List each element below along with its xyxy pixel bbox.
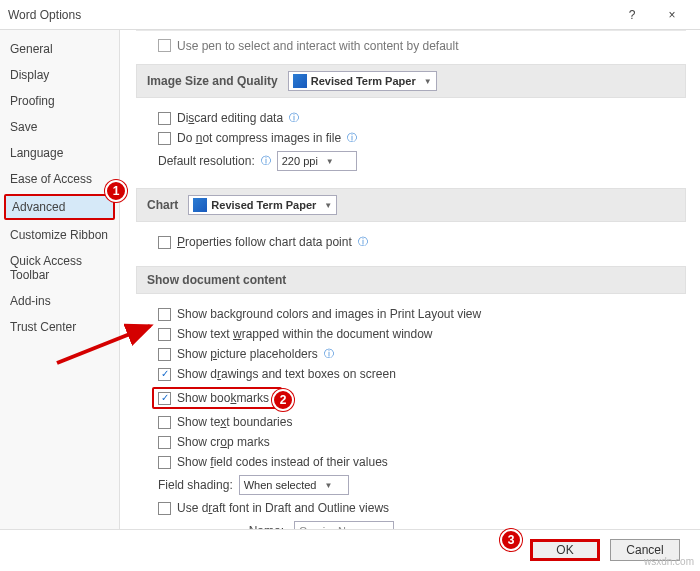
chart-target-dropdown[interactable]: Revised Term Paper ▼ [188, 195, 337, 215]
option-row-bg-colors: Show background colors and images in Pri… [158, 304, 686, 324]
field-label: Default resolution: [158, 154, 255, 168]
option-label: Use draft font in Draft and Outline view… [177, 501, 389, 515]
checkbox[interactable] [158, 39, 171, 52]
info-icon[interactable]: ⓘ [347, 131, 357, 145]
section-header-chart: Chart Revised Term Paper ▼ [136, 188, 686, 222]
help-button[interactable]: ? [612, 0, 652, 29]
checkbox[interactable] [158, 328, 171, 341]
checkbox[interactable] [158, 348, 171, 361]
image-target-dropdown[interactable]: Revised Term Paper ▼ [288, 71, 437, 91]
checkbox[interactable] [158, 456, 171, 469]
checkbox[interactable] [158, 112, 171, 125]
title-bar: Word Options ? × [0, 0, 700, 30]
info-icon[interactable]: ⓘ [358, 235, 368, 249]
options-content: Use pen to select and interact with cont… [120, 30, 700, 529]
sidebar-item-ease-of-access[interactable]: Ease of Access [0, 166, 119, 192]
font-name-dropdown[interactable]: Courier New ▼ [294, 521, 394, 529]
dropdown-value: Revised Term Paper [311, 75, 416, 87]
sidebar-item-customize-ribbon[interactable]: Customize Ribbon [0, 222, 119, 248]
option-label: Show drawings and text boxes on screen [177, 367, 396, 381]
field-label: Name: [178, 524, 288, 529]
sidebar-item-trust-center[interactable]: Trust Center [0, 314, 119, 340]
checkbox[interactable] [158, 368, 171, 381]
option-label: Show text wrapped within the document wi… [177, 327, 432, 341]
checkbox[interactable] [158, 392, 171, 405]
watermark: wsxdn.com [644, 556, 694, 567]
option-row-bookmarks: Show bookmarks 2 [158, 384, 686, 412]
callout-marker-3: 3 [500, 529, 522, 551]
option-label: Use pen to select and interact with cont… [177, 39, 459, 53]
checkbox[interactable] [158, 436, 171, 449]
chevron-down-icon: ▼ [324, 481, 332, 490]
checkbox[interactable] [158, 416, 171, 429]
info-icon[interactable]: ⓘ [324, 347, 334, 361]
callout-highlight: Show bookmarks 2 [152, 387, 282, 409]
ok-button[interactable]: OK [530, 539, 600, 561]
option-label: Show picture placeholders [177, 347, 318, 361]
info-icon[interactable]: ⓘ [261, 154, 271, 168]
field-shading-dropdown[interactable]: When selected ▼ [239, 475, 349, 495]
dropdown-value: Courier New [299, 525, 360, 529]
option-row-picture-placeholders: Show picture placeholders ⓘ [158, 344, 686, 364]
close-button[interactable]: × [652, 0, 692, 29]
word-doc-icon [293, 74, 307, 88]
section-header-doc-content: Show document content [136, 266, 686, 294]
sidebar-item-label: Advanced [12, 200, 65, 214]
cutoff-option-row: Use pen to select and interact with cont… [136, 30, 686, 60]
section-title: Chart [147, 198, 178, 212]
option-row-discard-editing: Discard editing data ⓘ [158, 108, 686, 128]
option-row-field-shading: Field shading: When selected ▼ [158, 472, 686, 498]
dropdown-value: 220 ppi [282, 155, 318, 167]
option-label: Show background colors and images in Pri… [177, 307, 481, 321]
sidebar-item-language[interactable]: Language [0, 140, 119, 166]
sidebar-item-proofing[interactable]: Proofing [0, 88, 119, 114]
sidebar-item-advanced[interactable]: Advanced 1 [4, 194, 115, 220]
option-label: Show text boundaries [177, 415, 292, 429]
option-label: Properties follow chart data point [177, 235, 352, 249]
sidebar-item-save[interactable]: Save [0, 114, 119, 140]
checkbox[interactable] [158, 132, 171, 145]
option-row-text-wrapped: Show text wrapped within the document wi… [158, 324, 686, 344]
section-title: Image Size and Quality [147, 74, 278, 88]
chevron-down-icon: ▼ [368, 527, 376, 530]
dialog-body: General Display Proofing Save Language E… [0, 30, 700, 530]
sidebar-item-addins[interactable]: Add-ins [0, 288, 119, 314]
option-label: Do not compress images in file [177, 131, 341, 145]
sidebar-item-quick-access-toolbar[interactable]: Quick Access Toolbar [0, 248, 119, 288]
callout-marker-2: 2 [272, 389, 294, 411]
dropdown-value: When selected [244, 479, 317, 491]
option-row-no-compress: Do not compress images in file ⓘ [158, 128, 686, 148]
option-row-draft-font: Use draft font in Draft and Outline view… [158, 498, 686, 518]
option-row-default-resolution: Default resolution: ⓘ 220 ppi ▼ [158, 148, 686, 174]
sidebar: General Display Proofing Save Language E… [0, 30, 120, 529]
section-title: Show document content [147, 273, 286, 287]
option-label: Show bookmarks [177, 391, 269, 405]
default-resolution-dropdown[interactable]: 220 ppi ▼ [277, 151, 357, 171]
option-row-chart-properties: Properties follow chart data point ⓘ [158, 232, 686, 252]
info-icon[interactable]: ⓘ [289, 111, 299, 125]
option-label: Discard editing data [177, 111, 283, 125]
option-row-text-boundaries: Show text boundaries [158, 412, 686, 432]
checkbox[interactable] [158, 308, 171, 321]
dialog-footer: 3 OK Cancel [0, 530, 700, 570]
field-label: Field shading: [158, 478, 233, 492]
chevron-down-icon: ▼ [324, 201, 332, 210]
checkbox[interactable] [158, 502, 171, 515]
option-row-crop-marks: Show crop marks [158, 432, 686, 452]
word-doc-icon [193, 198, 207, 212]
option-row-font-name: Name: Courier New ▼ [158, 518, 686, 529]
dropdown-value: Revised Term Paper [211, 199, 316, 211]
option-label: Show crop marks [177, 435, 270, 449]
sidebar-item-display[interactable]: Display [0, 62, 119, 88]
sidebar-item-general[interactable]: General [0, 36, 119, 62]
chevron-down-icon: ▼ [326, 157, 334, 166]
chevron-down-icon: ▼ [424, 77, 432, 86]
option-row-field-codes: Show field codes instead of their values [158, 452, 686, 472]
window-title: Word Options [8, 8, 612, 22]
option-row-drawings: Show drawings and text boxes on screen [158, 364, 686, 384]
option-label: Show field codes instead of their values [177, 455, 388, 469]
section-header-image: Image Size and Quality Revised Term Pape… [136, 64, 686, 98]
checkbox[interactable] [158, 236, 171, 249]
